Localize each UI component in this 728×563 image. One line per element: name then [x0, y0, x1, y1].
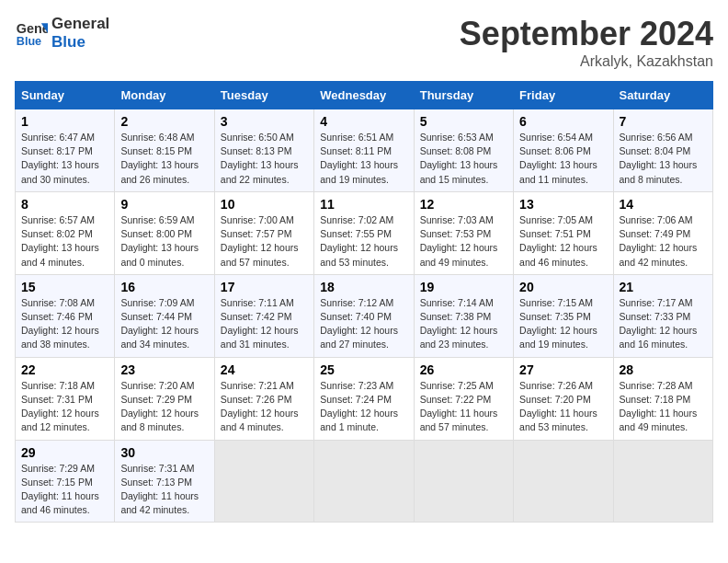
day-number: 8 [21, 197, 108, 212]
day-info: Sunrise: 6:59 AM Sunset: 8:00 PM Dayligh… [120, 213, 208, 270]
week-row-2: 8Sunrise: 6:57 AM Sunset: 8:02 PM Daylig… [16, 191, 713, 274]
day-info: Sunrise: 7:29 AM Sunset: 7:15 PM Dayligh… [21, 462, 108, 518]
day-info: Sunrise: 6:57 AM Sunset: 8:02 PM Dayligh… [21, 213, 108, 270]
day-number: 2 [120, 114, 208, 129]
day-number: 5 [420, 114, 507, 129]
day-info: Sunrise: 7:15 AM Sunset: 7:35 PM Dayligh… [519, 296, 607, 352]
day-info: Sunrise: 7:26 AM Sunset: 7:20 PM Dayligh… [519, 379, 607, 435]
week-row-3: 15Sunrise: 7:08 AM Sunset: 7:46 PM Dayli… [16, 274, 713, 357]
day-info: Sunrise: 6:47 AM Sunset: 8:17 PM Dayligh… [21, 131, 108, 187]
calendar-cell: 18Sunrise: 7:12 AM Sunset: 7:40 PM Dayli… [314, 274, 414, 357]
day-info: Sunrise: 7:08 AM Sunset: 7:46 PM Dayligh… [21, 296, 108, 352]
calendar-cell [214, 440, 313, 523]
location: Arkalyk, Kazakhstan [460, 53, 713, 70]
week-row-4: 22Sunrise: 7:18 AM Sunset: 7:31 PM Dayli… [16, 357, 713, 440]
calendar-cell [514, 440, 613, 523]
calendar-table: SundayMondayTuesdayWednesdayThursdayFrid… [15, 81, 713, 523]
day-info: Sunrise: 7:03 AM Sunset: 7:53 PM Dayligh… [420, 213, 507, 270]
day-number: 11 [320, 197, 407, 212]
logo-line1: General [51, 15, 109, 33]
calendar-cell [414, 440, 513, 523]
day-number: 9 [120, 197, 208, 212]
day-info: Sunrise: 6:53 AM Sunset: 8:08 PM Dayligh… [420, 131, 507, 187]
calendar-cell: 22Sunrise: 7:18 AM Sunset: 7:31 PM Dayli… [16, 357, 115, 440]
day-number: 20 [519, 280, 607, 294]
calendar-cell [613, 440, 712, 523]
day-number: 26 [420, 362, 507, 377]
day-number: 28 [620, 362, 707, 377]
day-info: Sunrise: 6:56 AM Sunset: 8:04 PM Dayligh… [620, 131, 707, 187]
header-day-monday: Monday [115, 82, 214, 109]
day-info: Sunrise: 7:06 AM Sunset: 7:49 PM Dayligh… [620, 213, 707, 270]
calendar-cell: 14Sunrise: 7:06 AM Sunset: 7:49 PM Dayli… [613, 191, 712, 274]
calendar-cell: 2Sunrise: 6:48 AM Sunset: 8:15 PM Daylig… [115, 109, 214, 192]
calendar-cell: 1Sunrise: 6:47 AM Sunset: 8:17 PM Daylig… [16, 109, 115, 192]
day-info: Sunrise: 7:31 AM Sunset: 7:13 PM Dayligh… [120, 462, 208, 518]
day-info: Sunrise: 7:17 AM Sunset: 7:33 PM Dayligh… [620, 296, 707, 352]
calendar-cell: 30Sunrise: 7:31 AM Sunset: 7:13 PM Dayli… [115, 440, 214, 523]
logo: General Blue General Blue [15, 15, 109, 52]
day-info: Sunrise: 7:20 AM Sunset: 7:29 PM Dayligh… [120, 379, 208, 435]
page-header: General Blue General Blue September 2024… [15, 15, 713, 70]
day-number: 12 [420, 197, 507, 212]
day-info: Sunrise: 7:18 AM Sunset: 7:31 PM Dayligh… [21, 379, 108, 435]
header-day-saturday: Saturday [613, 82, 712, 109]
day-info: Sunrise: 7:02 AM Sunset: 7:55 PM Dayligh… [320, 213, 407, 270]
calendar-cell: 28Sunrise: 7:28 AM Sunset: 7:18 PM Dayli… [613, 357, 712, 440]
header-day-sunday: Sunday [16, 82, 115, 109]
calendar-cell: 20Sunrise: 7:15 AM Sunset: 7:35 PM Dayli… [514, 274, 613, 357]
day-info: Sunrise: 7:28 AM Sunset: 7:18 PM Dayligh… [620, 379, 707, 435]
calendar-cell: 4Sunrise: 6:51 AM Sunset: 8:11 PM Daylig… [314, 109, 414, 192]
day-info: Sunrise: 7:09 AM Sunset: 7:44 PM Dayligh… [120, 296, 208, 352]
day-number: 15 [21, 280, 108, 294]
day-number: 4 [320, 114, 407, 129]
day-number: 16 [120, 280, 208, 294]
calendar-cell: 29Sunrise: 7:29 AM Sunset: 7:15 PM Dayli… [16, 440, 115, 523]
header-day-friday: Friday [514, 82, 613, 109]
header-row: SundayMondayTuesdayWednesdayThursdayFrid… [16, 82, 713, 109]
calendar-cell: 21Sunrise: 7:17 AM Sunset: 7:33 PM Dayli… [613, 274, 712, 357]
month-title: September 2024 [460, 15, 713, 53]
day-info: Sunrise: 7:00 AM Sunset: 7:57 PM Dayligh… [221, 213, 308, 270]
calendar-cell: 13Sunrise: 7:05 AM Sunset: 7:51 PM Dayli… [514, 191, 613, 274]
day-number: 21 [620, 280, 707, 294]
calendar-cell: 12Sunrise: 7:03 AM Sunset: 7:53 PM Dayli… [414, 191, 513, 274]
day-info: Sunrise: 6:50 AM Sunset: 8:13 PM Dayligh… [221, 131, 308, 187]
day-info: Sunrise: 7:14 AM Sunset: 7:38 PM Dayligh… [420, 296, 507, 352]
calendar-cell: 24Sunrise: 7:21 AM Sunset: 7:26 PM Dayli… [214, 357, 313, 440]
logo-icon: General Blue [15, 17, 48, 50]
day-number: 18 [320, 280, 407, 294]
day-number: 27 [519, 362, 607, 377]
day-number: 6 [519, 114, 607, 129]
week-row-1: 1Sunrise: 6:47 AM Sunset: 8:17 PM Daylig… [16, 109, 713, 192]
day-info: Sunrise: 7:21 AM Sunset: 7:26 PM Dayligh… [221, 379, 308, 435]
calendar-cell: 8Sunrise: 6:57 AM Sunset: 8:02 PM Daylig… [16, 191, 115, 274]
calendar-cell: 19Sunrise: 7:14 AM Sunset: 7:38 PM Dayli… [414, 274, 513, 357]
day-number: 30 [120, 445, 208, 460]
logo-line2: Blue [51, 33, 109, 52]
day-number: 24 [221, 362, 308, 377]
calendar-cell: 10Sunrise: 7:00 AM Sunset: 7:57 PM Dayli… [214, 191, 313, 274]
calendar-cell: 3Sunrise: 6:50 AM Sunset: 8:13 PM Daylig… [214, 109, 313, 192]
day-number: 29 [21, 445, 108, 460]
calendar-cell: 5Sunrise: 6:53 AM Sunset: 8:08 PM Daylig… [414, 109, 513, 192]
day-number: 25 [320, 362, 407, 377]
day-number: 3 [221, 114, 308, 129]
calendar-cell: 11Sunrise: 7:02 AM Sunset: 7:55 PM Dayli… [314, 191, 414, 274]
day-info: Sunrise: 7:05 AM Sunset: 7:51 PM Dayligh… [519, 213, 607, 270]
calendar-cell: 9Sunrise: 6:59 AM Sunset: 8:00 PM Daylig… [115, 191, 214, 274]
day-info: Sunrise: 6:54 AM Sunset: 8:06 PM Dayligh… [519, 131, 607, 187]
day-number: 10 [221, 197, 308, 212]
calendar-cell: 7Sunrise: 6:56 AM Sunset: 8:04 PM Daylig… [613, 109, 712, 192]
calendar-cell: 26Sunrise: 7:25 AM Sunset: 7:22 PM Dayli… [414, 357, 513, 440]
calendar-cell: 16Sunrise: 7:09 AM Sunset: 7:44 PM Dayli… [115, 274, 214, 357]
day-info: Sunrise: 6:51 AM Sunset: 8:11 PM Dayligh… [320, 131, 407, 187]
title-area: September 2024 Arkalyk, Kazakhstan [460, 15, 713, 70]
calendar-cell: 25Sunrise: 7:23 AM Sunset: 7:24 PM Dayli… [314, 357, 414, 440]
day-number: 1 [21, 114, 108, 129]
calendar-cell: 17Sunrise: 7:11 AM Sunset: 7:42 PM Dayli… [214, 274, 313, 357]
calendar-cell: 23Sunrise: 7:20 AM Sunset: 7:29 PM Dayli… [115, 357, 214, 440]
calendar-cell: 15Sunrise: 7:08 AM Sunset: 7:46 PM Dayli… [16, 274, 115, 357]
day-number: 17 [221, 280, 308, 294]
day-info: Sunrise: 7:11 AM Sunset: 7:42 PM Dayligh… [221, 296, 308, 352]
